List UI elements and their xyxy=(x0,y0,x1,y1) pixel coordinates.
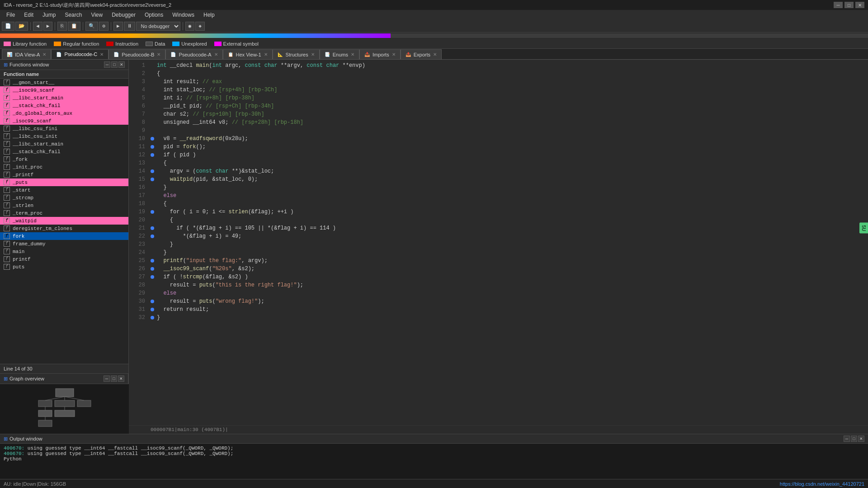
code-line[interactable]: 21 if ( *(&flag + i) == 105 || *(&flag +… xyxy=(129,224,868,232)
tab-close-structures[interactable]: ✕ xyxy=(311,52,315,57)
list-item[interactable]: fmain xyxy=(0,248,128,255)
panel-minimize[interactable]: ─ xyxy=(104,61,110,68)
breakpoint-dot[interactable] xyxy=(151,316,154,319)
code-line[interactable]: 6 __pid_t pid; // [rsp+Ch] [rbp-34h] xyxy=(129,102,868,110)
list-item[interactable]: f_start xyxy=(0,186,128,194)
breakpoint-dot[interactable] xyxy=(151,235,154,238)
code-line[interactable]: 22 *(&flag + i) = 49; xyxy=(129,232,868,240)
list-item[interactable]: f__stack_chk_fail xyxy=(0,148,128,155)
code-area[interactable]: 1int __cdecl main(int argc, const char *… xyxy=(129,60,868,425)
tab-structures[interactable]: 📐 Structures ✕ xyxy=(273,49,320,59)
code-line[interactable]: 10 v8 = __readfsqword(0x28u); xyxy=(129,135,868,143)
tab-exports[interactable]: 📤 Exports ✕ xyxy=(401,49,442,59)
code-line[interactable]: 18 { xyxy=(129,200,868,208)
code-line[interactable]: 32} xyxy=(129,314,868,322)
menu-edit[interactable]: Edit xyxy=(19,11,38,19)
close-button[interactable]: ✕ xyxy=(855,2,864,8)
list-item[interactable]: f_isoc99_scanf xyxy=(0,117,128,125)
list-item[interactable]: fframe_dummy xyxy=(0,240,128,248)
code-line[interactable]: 16 } xyxy=(129,183,868,192)
breakpoint-dot[interactable] xyxy=(151,267,154,271)
breakpoint-dot[interactable] xyxy=(151,275,154,279)
code-line[interactable]: 26 __isoc99_scanf("%20s", &s2); xyxy=(129,265,868,273)
list-item[interactable]: ffork xyxy=(0,232,128,240)
list-item[interactable]: f_waitpid xyxy=(0,217,128,225)
code-line[interactable]: 17 else xyxy=(129,192,868,200)
list-item[interactable]: f_term_proc xyxy=(0,209,128,217)
list-item[interactable]: f_strcmp xyxy=(0,194,128,202)
code-line[interactable]: 12 if ( pid ) xyxy=(129,151,868,159)
breakpoint-dot[interactable] xyxy=(151,308,154,311)
code-line[interactable]: 7 char s2; // [rsp+10h] [rbp-30h] xyxy=(129,110,868,118)
breakpoint-dot[interactable] xyxy=(151,169,154,173)
menu-view[interactable]: View xyxy=(86,11,107,19)
tab-pseudocode-c[interactable]: 📄 Pseudocode-C ✕ xyxy=(51,49,108,59)
tab-imports[interactable]: 📥 Imports ✕ xyxy=(359,49,401,59)
breakpoint-dot[interactable] xyxy=(151,226,154,230)
list-item[interactable]: f_strlen xyxy=(0,202,128,209)
list-item[interactable]: f_printf xyxy=(0,171,128,178)
menu-search[interactable]: Search xyxy=(60,11,86,19)
list-item[interactable]: f__libc_start_main xyxy=(0,94,128,102)
list-item[interactable]: f_init_proc xyxy=(0,163,128,171)
panel-restore[interactable]: □ xyxy=(111,61,118,68)
menu-debugger[interactable]: Debugger xyxy=(107,11,140,19)
tab-enums[interactable]: 📑 Enums ✕ xyxy=(320,49,359,59)
tb-extra1[interactable]: ◉ xyxy=(185,22,195,31)
breakpoint-dot[interactable] xyxy=(151,300,154,303)
tb-forward[interactable]: ▶ xyxy=(43,22,53,31)
window-controls[interactable]: ─ □ ✕ xyxy=(834,2,864,8)
tab-close-hex-view[interactable]: ✕ xyxy=(264,52,268,57)
list-item[interactable]: f__isoc99_scanf xyxy=(0,86,128,94)
code-line[interactable]: 31 return result; xyxy=(129,305,868,314)
tab-close-pseudocode-b[interactable]: ✕ xyxy=(157,52,160,57)
tb-run[interactable]: ▶ xyxy=(113,22,123,31)
list-item[interactable]: f_fork xyxy=(0,155,128,163)
code-line[interactable]: 30 result = puts("wrong flag!"); xyxy=(129,297,868,305)
list-item[interactable]: f__stack_chk_fail xyxy=(0,102,128,109)
tab-close-ida-view-a[interactable]: ✕ xyxy=(42,52,46,57)
tb-new[interactable]: 📄 xyxy=(2,22,14,31)
tab-close-imports[interactable]: ✕ xyxy=(392,52,396,57)
code-line[interactable]: 15 waitpid(pid, &stat_loc, 0); xyxy=(129,175,868,183)
breakpoint-dot[interactable] xyxy=(151,259,154,263)
debugger-select[interactable]: No debugger xyxy=(136,22,180,31)
menu-jump[interactable]: Jump xyxy=(38,11,60,19)
code-line[interactable]: 28 result = puts("this is the right flag… xyxy=(129,281,868,289)
tb-settings[interactable]: ⚙ xyxy=(99,22,108,31)
breakpoint-dot[interactable] xyxy=(151,178,154,181)
tab-pseudocode-b[interactable]: 📄 Pseudocode-B ✕ xyxy=(108,49,165,59)
code-line[interactable]: 23 } xyxy=(129,240,868,249)
tb-back[interactable]: ◀ xyxy=(33,22,42,31)
code-line[interactable]: 29 else xyxy=(129,289,868,297)
menu-file[interactable]: File xyxy=(2,11,19,19)
graph-minimize[interactable]: ─ xyxy=(104,375,110,382)
code-line[interactable]: 9 xyxy=(129,127,868,135)
tb-extra2[interactable]: ◈ xyxy=(195,22,205,31)
list-item[interactable]: f__libc_start_main xyxy=(0,140,128,148)
tab-hex-view-1[interactable]: 📋 Hex View-1 ✕ xyxy=(223,49,273,59)
list-item[interactable]: f_do_global_dtors_aux xyxy=(0,109,128,117)
code-line[interactable]: 5 int i; // [rsp+8h] [rbp-38h] xyxy=(129,94,868,102)
code-line[interactable]: 27 if ( !strcmp(&flag, &s2) ) xyxy=(129,273,868,281)
minimize-button[interactable]: ─ xyxy=(834,2,843,8)
tab-ida-view-a[interactable]: 📊 IDA View-A ✕ xyxy=(2,49,51,59)
tb-step[interactable]: ⏸ xyxy=(124,22,135,31)
tb-open[interactable]: 📂 xyxy=(15,22,28,31)
breakpoint-dot[interactable] xyxy=(151,210,154,214)
panel-close[interactable]: ✕ xyxy=(118,61,125,68)
output-close[interactable]: ✕ xyxy=(858,436,864,442)
breakpoint-dot[interactable] xyxy=(151,137,154,141)
code-line[interactable]: 4 int stat_loc; // [rsp+4h] [rbp-3Ch] xyxy=(129,86,868,94)
code-line[interactable]: 2{ xyxy=(129,70,868,78)
breakpoint-dot[interactable] xyxy=(151,153,154,157)
code-line[interactable]: 1int __cdecl main(int argc, const char *… xyxy=(129,61,868,70)
tb-copy[interactable]: ⎘ xyxy=(57,22,67,31)
code-line[interactable]: 11 pid = fork(); xyxy=(129,143,868,151)
code-line[interactable]: 24 } xyxy=(129,249,868,257)
tab-close-enums[interactable]: ✕ xyxy=(351,52,354,57)
status-link[interactable]: https://blog.csdn.net/weixin_44120721 xyxy=(780,481,864,487)
code-line[interactable]: 8 unsigned __int64 v8; // [rsp+28h] [rbp… xyxy=(129,118,868,127)
code-line[interactable]: 3 int result; // eax xyxy=(129,78,868,86)
menu-options[interactable]: Options xyxy=(140,11,168,19)
